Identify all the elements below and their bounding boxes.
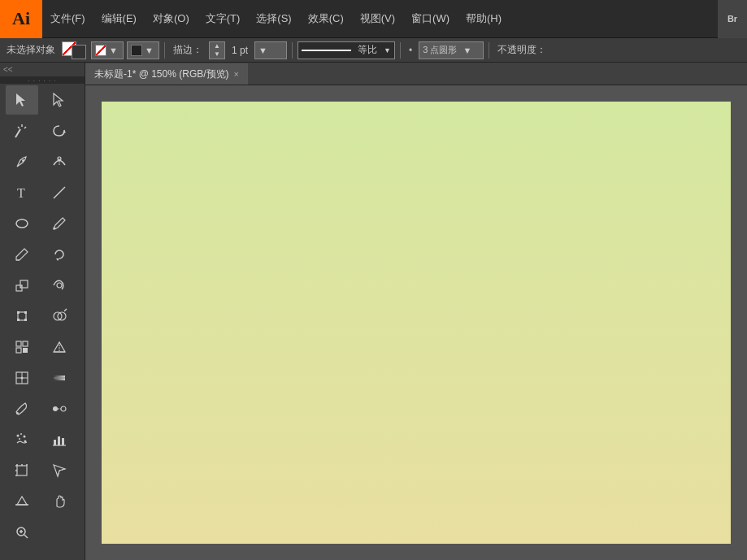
placeholder-tool [43, 518, 76, 547]
menu-edit[interactable]: 编辑(E) [93, 0, 145, 38]
svg-point-40 [17, 435, 20, 437]
content-area: 未标题-1* @ 150% (RGB/预览) × [85, 63, 747, 560]
column-graph-tool[interactable] [43, 425, 76, 454]
svg-rect-20 [24, 319, 27, 321]
tools-grid: T [0, 84, 85, 549]
menu-object[interactable]: 对象(O) [145, 0, 198, 38]
svg-point-43 [19, 438, 20, 440]
warp-tool[interactable] [43, 271, 76, 300]
point-type-dropdown[interactable]: 3 点圆形 ▼ [419, 41, 484, 59]
svg-point-42 [24, 436, 26, 438]
direct-selection-tool[interactable] [43, 85, 76, 115]
svg-point-33 [21, 377, 24, 380]
svg-rect-47 [62, 438, 64, 445]
options-toolbar: 未选择对象 ▼ ▼ 描边： ▲ ▼ 1 pt ▼ 等比 ▼ • 3 点圆形 ▼ … [0, 38, 747, 63]
svg-rect-46 [58, 436, 60, 445]
svg-point-9 [16, 219, 28, 228]
stroke-value: 1 pt [228, 45, 251, 56]
fill-dropdown[interactable]: ▼ [91, 41, 124, 59]
stroke-preview[interactable]: 等比 ▼ [297, 41, 395, 59]
lasso-tool[interactable] [43, 116, 76, 145]
stroke-option-label: 等比 [354, 43, 380, 57]
type-tool[interactable]: T [6, 178, 38, 207]
svg-point-4 [22, 159, 24, 162]
curvature-tool[interactable] [43, 147, 76, 176]
svg-point-10 [54, 228, 56, 230]
live-paint-tool[interactable] [6, 332, 38, 362]
menu-type[interactable]: 文字(T) [198, 0, 249, 38]
menu-window[interactable]: 窗口(W) [403, 0, 458, 38]
free-transform-tool[interactable] [6, 302, 38, 331]
tab-close-button[interactable]: × [234, 70, 239, 79]
pencil-tool[interactable] [6, 240, 38, 269]
scale-tool[interactable] [6, 271, 38, 300]
menu-bar: Ai 文件(F) 编辑(E) 对象(O) 文字(T) 选择(S) 效果(C) 视… [0, 0, 747, 38]
menu-help[interactable]: 帮助(H) [458, 0, 510, 38]
shape-builder-tool[interactable] [43, 302, 76, 331]
svg-rect-25 [23, 341, 28, 346]
pen-tool[interactable] [6, 147, 38, 176]
tools-panel: << · · · · · · [0, 63, 85, 560]
menu-select[interactable]: 选择(S) [248, 0, 299, 38]
svg-line-2 [18, 127, 20, 128]
stroke-color-dropdown[interactable]: ▼ [127, 41, 159, 59]
perspective-tool[interactable] [43, 332, 76, 362]
svg-point-36 [16, 412, 19, 415]
fill-swatch[interactable] [72, 45, 86, 59]
svg-rect-18 [24, 311, 27, 314]
symbol-sprayer-tool[interactable] [6, 425, 38, 454]
paintbrush-tool[interactable] [43, 209, 76, 238]
artboard-tool[interactable] [6, 456, 38, 485]
artboard [102, 102, 731, 544]
svg-rect-17 [17, 311, 20, 314]
tools-scrollbar: · · · · · · [0, 77, 85, 84]
stroke-up-down[interactable]: ▲ ▼ [209, 41, 225, 59]
blend-tool[interactable] [43, 394, 76, 423]
zoom-tool[interactable] [6, 518, 38, 547]
divider-3 [400, 42, 401, 59]
document-tab[interactable]: 未标题-1* @ 150% (RGB/预览) × [85, 63, 248, 85]
magic-wand-tool[interactable] [6, 116, 38, 145]
divider-4 [489, 42, 489, 59]
panel-collapse-button[interactable]: << [0, 63, 85, 77]
svg-rect-19 [17, 319, 20, 321]
point-indicator: • [406, 45, 415, 56]
rotate-tool[interactable] [43, 240, 76, 269]
stroke-line [302, 50, 351, 51]
svg-rect-45 [54, 440, 56, 445]
hand-tool[interactable] [43, 487, 76, 516]
object-label: 未选择对象 [3, 43, 59, 57]
collapse-icon: << [3, 65, 13, 74]
slice-tool[interactable] [43, 456, 76, 485]
eraser-tool[interactable] [6, 487, 38, 516]
tools-area: T [0, 84, 85, 560]
svg-line-8 [54, 187, 65, 198]
menu-effect[interactable]: 效果(C) [300, 0, 352, 38]
divider-1 [164, 42, 165, 59]
menu-file[interactable]: 文件(F) [42, 0, 93, 38]
svg-rect-26 [16, 348, 21, 353]
tab-title: 未标题-1* @ 150% (RGB/预览) [94, 67, 229, 81]
eyedropper-tool[interactable] [6, 394, 38, 423]
tab-bar: 未标题-1* @ 150% (RGB/预览) × [85, 63, 747, 85]
svg-line-23 [64, 309, 67, 311]
ellipse-tool[interactable] [6, 209, 38, 238]
svg-point-38 [61, 406, 66, 411]
main-area: << · · · · · · [0, 63, 747, 560]
fill-stroke-swatches[interactable] [62, 41, 88, 59]
svg-rect-27 [23, 348, 28, 353]
svg-point-41 [20, 433, 22, 435]
svg-rect-49 [17, 466, 27, 475]
bridge-button[interactable]: Br [718, 0, 747, 38]
opacity-label: 不透明度： [494, 43, 549, 57]
svg-point-15 [57, 283, 62, 288]
selection-tool[interactable] [6, 85, 38, 115]
gradient-tool[interactable] [43, 363, 76, 393]
svg-rect-24 [16, 341, 21, 346]
canvas-area[interactable] [85, 85, 747, 560]
app-logo: Ai [0, 0, 42, 38]
stroke-unit-dropdown[interactable]: ▼ [254, 41, 287, 59]
menu-view[interactable]: 视图(V) [352, 0, 403, 38]
line-segment-tool[interactable] [43, 178, 76, 207]
mesh-tool[interactable] [6, 363, 38, 393]
